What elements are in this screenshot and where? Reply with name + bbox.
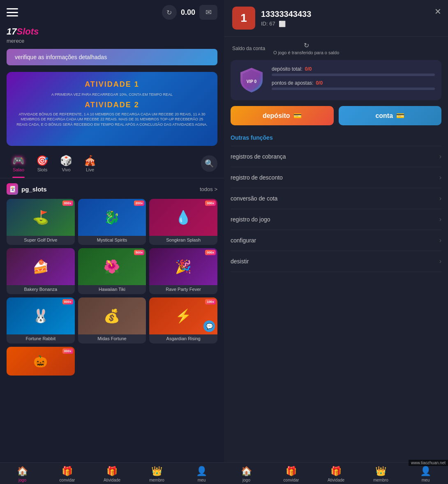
promo-title: 17Slots <box>7 26 217 37</box>
activity1-title: ATIVIDADE 1 <box>15 80 209 89</box>
promo-subtitle: merece <box>7 38 217 44</box>
game-label-hawaiian: Hawaiian Tiki <box>78 285 146 294</box>
close-button[interactable]: ✕ <box>434 7 441 16</box>
right-convidar-icon: 🎁 <box>286 466 297 477</box>
menu-registro-jogo[interactable]: registro do jogo › <box>231 209 441 230</box>
game-badge-rave: 000x <box>205 250 216 255</box>
right-bottom-meu[interactable]: 👤 meu <box>403 466 448 482</box>
chevron-right-icon-5: › <box>439 237 441 244</box>
copy-id-button[interactable]: ⬜ <box>279 21 286 27</box>
game-grid: ⛳ 000x Super Golf Drive 🐉 200x Mystical … <box>7 199 217 343</box>
game-card-midas[interactable]: 💰 Midas Fortune <box>78 297 146 343</box>
rank-badge: 1 <box>232 7 255 30</box>
mail-button[interactable]: ✉ <box>199 5 217 20</box>
game-card-hawaiian[interactable]: 🌺 500x Hawaiian Tiki <box>78 248 146 294</box>
info-button[interactable]: verifique as informações detalhadas <box>7 49 217 65</box>
bottom-nav-convidar[interactable]: 🎁 convidar <box>45 466 90 482</box>
profile-username: 13333343433 <box>261 9 440 19</box>
section-title: 🃏 pg_slots <box>7 183 47 195</box>
tab-vivo[interactable]: 🎲 Vivo <box>54 152 78 175</box>
nav-tabs: 🎮 Salao 🎯 Slots 🎲 Vivo 🎪 Live 🔍 <box>0 149 224 178</box>
deposit-button[interactable]: depósito 💳 <box>231 106 334 125</box>
game-thumb-hawaiian: 🌺 500x <box>78 248 146 285</box>
apostas-val: 0/0 <box>316 80 323 86</box>
right-bottom-jogo[interactable]: 🏠 jogo <box>224 466 269 482</box>
tab-live[interactable]: 🎪 Live <box>78 152 102 175</box>
section-title-text: pg_slots <box>21 186 47 193</box>
right-jogo-icon: 🏠 <box>241 466 252 477</box>
game-card-bakery[interactable]: 🍰 Bakery Bonanza <box>7 248 75 294</box>
registro-jogo-label: registro do jogo <box>231 216 270 223</box>
profile-id: ID: 67 ⬜ <box>261 21 440 27</box>
action-buttons: depósito 💳 conta 💳 <box>224 100 448 131</box>
game-label-asgard: Asgardian Rising <box>149 334 217 343</box>
bottom-nav-atividade[interactable]: 🎁 Atividade <box>90 466 134 482</box>
meu-label: meu <box>198 478 206 482</box>
right-membro-label: membro <box>373 478 388 482</box>
header: ↻ 0.00 ✉ <box>0 0 224 25</box>
game-card-fortune[interactable]: 🐰 000x Fortune Rabbit <box>7 297 75 343</box>
vip-shield-icon: VIP 0 <box>237 66 266 94</box>
game-thumb-asgard: ⚡ 100x 💬 <box>149 297 217 334</box>
game-card-mystical[interactable]: 🐉 200x Mystical Spirits <box>78 199 146 245</box>
game-thumb-mystical: 🐉 200x <box>78 199 146 236</box>
deposito-bar <box>272 74 435 76</box>
vip-badge-wrap: VIP 0 <box>237 66 266 94</box>
menu-registro-desconto[interactable]: registro de desconto › <box>231 167 441 188</box>
game-card-songkran[interactable]: 💧 000x Songkran Splash <box>149 199 217 245</box>
menu-button[interactable] <box>7 8 18 16</box>
game-badge-asgard: 100x <box>205 299 216 304</box>
chevron-right-icon-3: › <box>439 195 441 202</box>
game-thumb-bakery: 🍰 <box>7 248 75 285</box>
game-card-rave[interactable]: 🎉 000x Rave Party Fever <box>149 248 217 294</box>
vip-details: depósito total: 0/0 pontos de apostas: 0… <box>272 66 435 94</box>
conta-button[interactable]: conta 💳 <box>339 106 442 125</box>
right-bottom-convidar[interactable]: 🎁 convidar <box>269 466 314 482</box>
bottom-nav-membro[interactable]: 👑 membro <box>134 466 179 482</box>
game-card-asgard[interactable]: ⚡ 100x 💬 Asgardian Rising <box>149 297 217 343</box>
right-bottom-membro[interactable]: 👑 membro <box>358 466 403 482</box>
convidar-label: convidar <box>60 478 75 482</box>
asgard-action-icon: 💬 <box>203 320 215 332</box>
right-jogo-label: jogo <box>242 478 250 482</box>
conversao-cota-label: conversão de cota <box>231 195 277 202</box>
transfer-refresh-icon[interactable]: ↻ <box>304 41 309 49</box>
game-badge-songkran: 000x <box>205 201 216 206</box>
right-bottom-atividade[interactable]: 🎁 Atividade <box>314 466 358 482</box>
game-card-extra1[interactable]: 🎃 000x <box>7 347 75 376</box>
membro-label: membro <box>149 478 164 482</box>
left-panel: ↻ 0.00 ✉ 17Slots merece verifique as inf… <box>0 0 224 484</box>
game-badge-super-golf: 000x <box>62 201 73 206</box>
menu-conversao-cota[interactable]: conversão de cota › <box>231 188 441 209</box>
saldo-label: Saldo da conta <box>232 46 265 51</box>
menu-desistir[interactable]: desistir › <box>231 251 441 272</box>
search-button[interactable]: 🔍 <box>201 155 217 172</box>
menu-registros-cobranca[interactable]: registros de cobrança › <box>231 146 441 167</box>
refresh-button[interactable]: ↻ <box>162 5 177 20</box>
saldo-item: Saldo da conta <box>232 46 265 51</box>
atividade-label: Atividade <box>104 478 120 482</box>
bottom-nav-jogo[interactable]: 🏠 jogo <box>0 466 45 482</box>
menu-configurar[interactable]: configurar › <box>231 230 441 251</box>
live-label: Live <box>86 167 94 172</box>
todos-button[interactable]: todos > <box>200 186 217 192</box>
chevron-right-icon: › <box>439 153 441 160</box>
registros-cobranca-label: registros de cobrança <box>231 153 286 160</box>
watermark: www.tiaozhuan.net <box>409 460 448 466</box>
bottom-nav-meu[interactable]: 👤 meu <box>179 466 224 482</box>
slots-label: Slots <box>37 167 47 172</box>
tab-slots[interactable]: 🎯 Slots <box>30 152 54 175</box>
transfer-item: ↻ O jogo é transferido para o saldo <box>273 41 339 55</box>
game-badge-fortune: 000x <box>62 299 73 304</box>
game-card-super-golf[interactable]: ⛳ 000x Super Golf Drive <box>7 199 75 245</box>
tab-salao[interactable]: 🎮 Salao <box>7 152 30 175</box>
right-convidar-label: convidar <box>284 478 299 482</box>
apostas-bar <box>272 88 435 90</box>
right-panel: 1 13333343433 ID: 67 ⬜ ✕ Saldo da conta … <box>224 0 448 484</box>
configurar-label: configurar <box>231 237 256 244</box>
game-label-bakery: Bakery Bonanza <box>7 285 75 294</box>
chevron-right-icon-2: › <box>439 174 441 181</box>
game-label-songkran: Songkran Splash <box>149 236 217 245</box>
game-label-super-golf: Super Golf Drive <box>7 236 75 245</box>
profile-info: 13333343433 ID: 67 ⬜ <box>261 9 440 27</box>
